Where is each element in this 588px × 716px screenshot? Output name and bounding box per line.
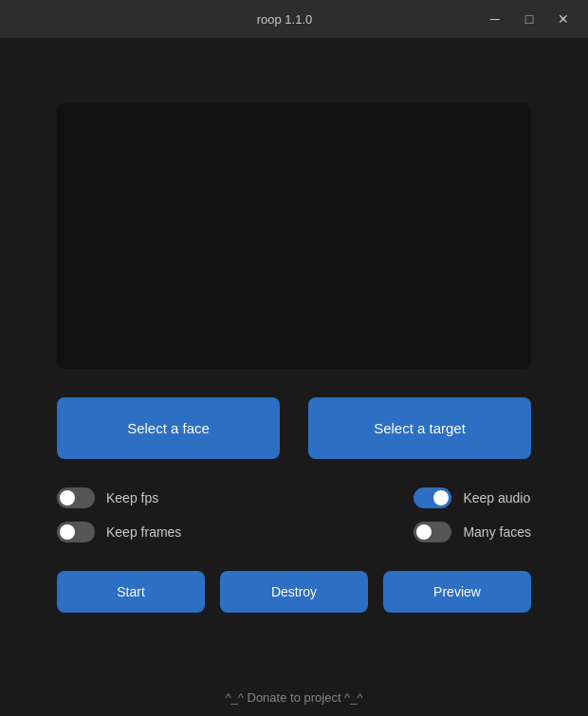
keep-audio-toggle[interactable] <box>413 487 451 508</box>
keep-audio-track <box>413 487 451 508</box>
keep-frames-track <box>57 522 95 542</box>
many-faces-thumb <box>416 524 432 540</box>
footer: ^_^ Donate to project ^_^ <box>0 678 588 716</box>
keep-fps-track <box>57 487 95 508</box>
keep-frames-thumb <box>60 524 75 540</box>
keep-fps-toggle[interactable] <box>57 487 95 508</box>
keep-frames-row[interactable]: Keep frames <box>57 522 181 542</box>
main-content: Select a face Select a target Keep fps <box>0 38 588 678</box>
app-title: roop 1.1.0 <box>87 12 482 27</box>
start-button[interactable]: Start <box>57 571 205 613</box>
toggles-right: Keep audio Many faces <box>413 487 531 542</box>
keep-audio-thumb <box>433 490 449 505</box>
keep-fps-row[interactable]: Keep fps <box>57 487 181 508</box>
preview-button[interactable]: Preview <box>383 571 531 613</box>
window-controls: ─ □ ✕ <box>482 9 577 29</box>
keep-frames-label: Keep frames <box>106 524 181 540</box>
select-buttons-row: Select a face Select a target <box>57 397 531 459</box>
preview-area <box>57 103 531 369</box>
donate-link[interactable]: ^_^ Donate to project ^_^ <box>225 690 362 705</box>
keep-fps-label: Keep fps <box>106 490 158 505</box>
many-faces-label: Many faces <box>463 524 531 540</box>
many-faces-toggle[interactable] <box>413 522 451 542</box>
keep-audio-label: Keep audio <box>463 490 530 505</box>
destroy-button[interactable]: Destroy <box>220 571 368 613</box>
select-face-button[interactable]: Select a face <box>57 397 280 459</box>
many-faces-track <box>413 522 451 542</box>
many-faces-row[interactable]: Many faces <box>413 522 531 542</box>
select-target-button[interactable]: Select a target <box>308 397 531 459</box>
keep-fps-thumb <box>60 490 75 505</box>
minimize-button[interactable]: ─ <box>482 9 508 29</box>
maximize-button[interactable]: □ <box>516 9 542 29</box>
title-bar: roop 1.1.0 ─ □ ✕ <box>0 0 588 38</box>
toggles-section: Keep fps Keep frames Keep audio <box>57 487 531 542</box>
keep-audio-row[interactable]: Keep audio <box>413 487 531 508</box>
toggles-left: Keep fps Keep frames <box>57 487 181 542</box>
action-buttons-row: Start Destroy Preview <box>57 571 531 613</box>
close-button[interactable]: ✕ <box>550 9 577 29</box>
keep-frames-toggle[interactable] <box>57 522 95 542</box>
